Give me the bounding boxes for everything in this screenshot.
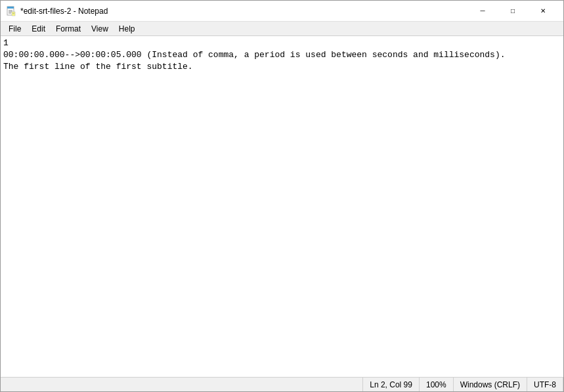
notepad-icon [6,6,16,16]
svg-rect-1 [7,7,14,9]
title-bar: *edit-srt-files-2 - Notepad ─ □ ✕ [1,1,563,22]
menu-view[interactable]: View [86,23,114,35]
menu-help[interactable]: Help [114,23,141,35]
close-button[interactable]: ✕ [528,1,558,22]
menu-edit[interactable]: Edit [26,23,51,35]
menu-file[interactable]: File [3,23,26,35]
status-line-ending: Windows (CRLF) [454,378,527,391]
maximize-button[interactable]: □ [498,1,528,22]
status-position: Ln 2, Col 99 [363,378,420,391]
title-bar-left: *edit-srt-files-2 - Notepad [6,6,108,16]
status-bar: Ln 2, Col 99 100% Windows (CRLF) UTF-8 [1,377,563,391]
menu-bar: File Edit Format View Help [1,22,563,36]
status-empty [1,378,363,391]
menu-format[interactable]: Format [51,23,86,35]
status-encoding: UTF-8 [527,378,563,391]
minimize-button[interactable]: ─ [467,1,498,22]
notepad-window: *edit-srt-files-2 - Notepad ─ □ ✕ File E… [0,0,564,392]
editor-area [1,36,563,377]
editor-textarea[interactable] [1,36,563,377]
window-title: *edit-srt-files-2 - Notepad [20,7,108,16]
status-zoom: 100% [420,378,454,391]
title-bar-controls: ─ □ ✕ [467,1,558,22]
